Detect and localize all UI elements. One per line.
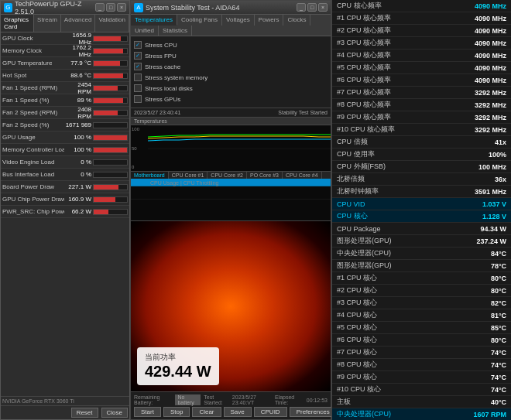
cpu-info-row: CPU VID 1.037 V xyxy=(332,198,511,210)
cpu-info-row: #1 CPU 核心频率 4090 MHz xyxy=(332,12,511,25)
metrics-list: GPU Clock 1656.9 MHz Memory Clock 1762.2… xyxy=(1,32,129,396)
stress-checkbox[interactable]: ✓ xyxy=(134,63,142,70)
cpu-info-label: #2 CPU 核心频率 xyxy=(337,26,391,36)
cpu-info-value: 4090 MHz xyxy=(475,15,506,22)
stress-label: Stress local disks xyxy=(145,85,193,92)
stress-checkbox[interactable] xyxy=(134,95,142,103)
chart-tab[interactable]: CPU Core #1 xyxy=(169,172,208,179)
cpu-info-value: 3591 MHz xyxy=(475,188,506,196)
maximize-button-mid[interactable]: □ xyxy=(307,3,317,12)
cpu-info-label: #4 CPU 核心频率 xyxy=(337,50,391,60)
metric-value: 0 % xyxy=(64,159,91,166)
stress-checkbox[interactable] xyxy=(134,73,142,81)
gpu-z-panel: G TechPowerUp GPU-Z 2.51.0 _ □ × Graphic… xyxy=(0,0,130,420)
no-battery-label: No battery xyxy=(175,394,201,405)
cpu-info-row: 北桥倍频 36x xyxy=(332,173,511,186)
stress-label: Stress cache xyxy=(145,63,180,70)
cpu-info-row: 中央处理器(CPU) 1607 RPM xyxy=(332,408,511,420)
cpu-info-value: 84°C xyxy=(491,250,506,258)
stability-title-bar: A System Stability Test - AIDA64 _ □ × xyxy=(131,1,331,15)
cpu-info-value: 4090 MHz xyxy=(475,39,506,47)
stress-item: ✓ Stress CPU xyxy=(134,39,328,50)
stress-checkbox[interactable] xyxy=(134,84,142,92)
stress-checkbox[interactable]: ✓ xyxy=(134,41,142,49)
bottom-controls: Remaining Battery: No battery Test Start… xyxy=(131,391,331,419)
control-btn-stop[interactable]: Stop xyxy=(163,407,190,417)
control-btn-cpuid[interactable]: CPUID xyxy=(254,407,287,417)
metric-value: 2408 RPM xyxy=(64,106,91,120)
cpu-info-row: 图形处理器(GPU) 237.24 W xyxy=(332,235,511,248)
cpu-info-row: CPU 核心频率 4090 MHz xyxy=(332,0,511,12)
cpu-info-value: 74°C xyxy=(491,349,506,357)
control-btn-clear[interactable]: Clear xyxy=(192,407,221,417)
cpu-info-row: CPU 倍频 41x xyxy=(332,136,511,149)
control-btn-save[interactable]: Save xyxy=(224,407,252,417)
gpu-name-label: NVIDIA GeForce RTX 3060 Ti xyxy=(2,398,128,404)
cpu-info-row: 北桥时钟频率 3591 MHz xyxy=(332,186,511,198)
control-buttons: StartStopClearSaveCPUIDPreferences xyxy=(134,407,328,417)
metric-row: Fan 2 Speed (RPM) 2408 RPM xyxy=(1,107,129,119)
cpu-info-row: 主板 40°C xyxy=(332,396,511,408)
cpu-info-value: 81°C xyxy=(491,312,506,319)
cpu-info-value: 4090 MHz xyxy=(475,2,506,10)
metric-label: GPU Usage xyxy=(2,134,64,141)
chart-tab[interactable]: CPU Core #4 xyxy=(283,172,322,179)
cpu-info-row: #6 CPU 核心 80°C xyxy=(332,334,511,347)
cpu-info-value: 4090 MHz xyxy=(475,27,506,35)
metric-value: 227.1 W xyxy=(64,183,91,190)
chart-tab[interactable]: Motherboard xyxy=(131,172,169,179)
tab-advanced[interactable]: Advanced xyxy=(61,15,96,32)
mid-tab-cooling-fans[interactable]: Cooling Fans xyxy=(177,15,222,26)
close-button-gpuz[interactable]: × xyxy=(117,3,126,12)
metric-row: Bus Interface Load 0 % xyxy=(1,169,129,181)
temps-section: Temperatures xyxy=(131,118,331,125)
cpu-usage-chart: CPU Usage | CPU Throttling xyxy=(131,179,331,221)
cpu-info-row: #8 CPU 核心 74°C xyxy=(332,359,511,371)
cpu-info-row: 中央处理器(CPU) 84°C xyxy=(332,248,511,260)
aida-icon: A xyxy=(134,3,143,12)
close-button-mid[interactable]: × xyxy=(318,3,328,12)
cpu-info-value: 3292 MHz xyxy=(475,89,506,97)
maximize-button[interactable]: □ xyxy=(106,3,115,12)
cpu-info-label: #5 CPU 核心 xyxy=(337,323,377,333)
metric-label: PWR_SRC: Chip Power Draw xyxy=(2,208,64,215)
control-btn-preferences[interactable]: Preferences xyxy=(290,407,337,417)
gpu-z-icon: G xyxy=(4,3,12,12)
cpu-info-row: #5 CPU 核心 85°C xyxy=(332,322,511,334)
tab-validation[interactable]: Validation xyxy=(95,15,129,32)
chart-tab[interactable]: PO Core #3 xyxy=(247,172,283,179)
metric-value: 100 % xyxy=(64,134,91,141)
mid-tab-clocks[interactable]: Clocks xyxy=(283,15,310,26)
mid-tab-unified[interactable]: Unified xyxy=(131,26,159,36)
metric-label: Bus Interface Load xyxy=(2,171,64,178)
mid-tab-powers[interactable]: Powers xyxy=(255,15,284,26)
stress-options: ✓ Stress CPU ✓ Stress FPU ✓ Stress cache… xyxy=(131,36,331,108)
control-btn-start[interactable]: Start xyxy=(134,407,161,417)
elapsed-time: 00:12:53 xyxy=(307,398,328,403)
mid-tab-voltages[interactable]: Voltages xyxy=(222,15,255,26)
minimize-button[interactable]: _ xyxy=(95,3,105,12)
mid-tab-statistics[interactable]: Statistics xyxy=(159,26,192,36)
stress-checkbox[interactable]: ✓ xyxy=(134,52,142,60)
mid-tab-temperatures[interactable]: Temperatures xyxy=(131,15,177,26)
cpu-info-panel: CPU 核心频率 4090 MHz #1 CPU 核心频率 4090 MHz #… xyxy=(331,0,511,420)
metric-row: GPU Chip Power Draw 160.9 W xyxy=(1,193,129,206)
cpu-info-value: 3292 MHz xyxy=(475,101,506,109)
close-sensor-button[interactable]: Close xyxy=(101,408,128,418)
tab-stream[interactable]: Stream xyxy=(34,15,61,32)
cpu-info-label: #3 CPU 核心 xyxy=(337,298,377,308)
metric-value: 1762.2 MHz xyxy=(64,44,91,58)
chart-mid-label: 50 xyxy=(132,146,147,151)
cpu-info-value: 1.037 V xyxy=(482,200,506,208)
reset-button[interactable]: Reset xyxy=(71,408,98,418)
metric-bar-container xyxy=(93,73,128,79)
metric-row: GPU Usage 100 % xyxy=(1,131,129,144)
tab-graphics-card[interactable]: Graphics Card xyxy=(1,15,34,32)
cpu-info-row: #7 CPU 核心 74°C xyxy=(332,347,511,359)
minimize-button-mid[interactable]: _ xyxy=(297,3,306,12)
metric-value: 88.6 °C xyxy=(64,72,91,79)
metric-bar xyxy=(94,185,118,190)
chart-tab[interactable]: CPU Core #2 xyxy=(207,172,247,179)
cpu-info-value: 74°C xyxy=(491,374,506,381)
cpu-info-row: #5 CPU 核心频率 4090 MHz xyxy=(332,62,511,74)
